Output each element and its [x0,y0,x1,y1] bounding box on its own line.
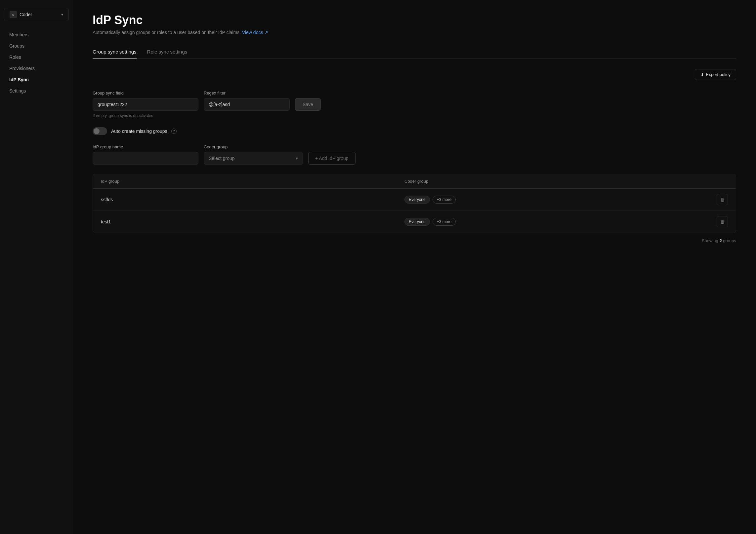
org-name: Coder [20,12,59,17]
delete-row-button[interactable]: 🗑 [717,194,728,205]
idp-group-name: ssffds [101,197,404,202]
col-coder-group: Coder group [404,179,708,184]
export-icon: ⬇ [700,72,704,77]
sidebar-nav: Members Groups Roles Provisioners IdP Sy… [0,29,73,96]
form-hint: If empty, group sync is deactivated [93,113,736,118]
more-badge[interactable]: +3 more [433,196,456,204]
save-button[interactable]: Save [295,98,321,111]
select-group-placeholder: Select group [209,156,235,161]
trash-icon: 🗑 [720,219,725,224]
sidebar-item-members[interactable]: Members [0,29,73,40]
regex-input[interactable] [204,98,290,111]
help-icon[interactable]: ? [171,129,177,134]
regex-field-group: Regex filter [204,91,290,111]
sidebar-item-roles[interactable]: Roles [0,52,73,63]
coder-group-badges: Everyone +3 more [404,218,708,226]
tabs: Group sync settings Role sync settings [93,46,736,58]
idp-name-label: IdP group name [93,144,198,149]
sidebar-item-groups[interactable]: Groups [0,40,73,52]
sidebar-item-idp-sync[interactable]: IdP Sync [0,74,73,85]
col-idp-group: IdP group [101,179,404,184]
showing-count: Showing 2 groups [93,238,736,243]
main-content: IdP Sync Automatically assign groups or … [73,0,756,534]
table-header: IdP group Coder group [93,174,736,189]
tab-role-sync[interactable]: Role sync settings [147,46,188,58]
group-badge-everyone: Everyone [404,218,430,226]
trash-icon: 🗑 [720,197,725,202]
page-subtitle: Automatically assign groups or roles to … [93,30,736,35]
tab-group-sync[interactable]: Group sync settings [93,46,137,58]
sync-field-group: Group sync field [93,91,198,111]
group-badge-everyone: Everyone [404,196,430,204]
coder-group-label: Coder group [204,144,303,149]
export-button[interactable]: ⬇ Export policy [695,69,736,80]
view-docs-link[interactable]: View docs ↗ [242,30,268,35]
auto-create-row: Auto create missing groups ? [93,127,736,135]
auto-create-toggle[interactable] [93,127,107,135]
page-title: IdP Sync [93,13,736,27]
idp-mapping-table: IdP group Coder group ssffds Everyone +3… [93,174,736,233]
add-idp-button[interactable]: + Add IdP group [308,152,356,165]
sync-field-label: Group sync field [93,91,198,95]
sidebar-item-provisioners[interactable]: Provisioners [0,63,73,74]
chevron-down-icon: ▾ [61,12,63,17]
table-row: ssffds Everyone +3 more 🗑 [93,189,736,211]
org-avatar: c [10,11,17,18]
idp-name-group: IdP group name [93,144,198,165]
idp-group-name: test1 [101,219,404,224]
coder-group-badges: Everyone +3 more [404,196,708,204]
coder-group-field-group: Coder group Select group ▾ [204,144,303,165]
toolbar: ⬇ Export policy [93,69,736,80]
auto-create-label: Auto create missing groups [111,129,167,134]
chevron-icon: ▾ [296,156,298,161]
more-badge[interactable]: +3 more [433,218,456,226]
sync-form-row: Group sync field Regex filter Save [93,91,736,111]
delete-row-button[interactable]: 🗑 [717,216,728,227]
sync-field-input[interactable] [93,98,198,111]
regex-label: Regex filter [204,91,290,95]
idp-name-input[interactable] [93,152,198,165]
table-row: test1 Everyone +3 more 🗑 [93,211,736,233]
sidebar-item-settings[interactable]: Settings [0,85,73,96]
mapping-row: IdP group name Coder group Select group … [93,144,736,165]
sidebar: c Coder ▾ Members Groups Roles Provision… [0,0,73,534]
org-selector[interactable]: c Coder ▾ [4,8,69,21]
select-group-dropdown[interactable]: Select group ▾ [204,152,303,165]
col-actions [708,179,728,184]
